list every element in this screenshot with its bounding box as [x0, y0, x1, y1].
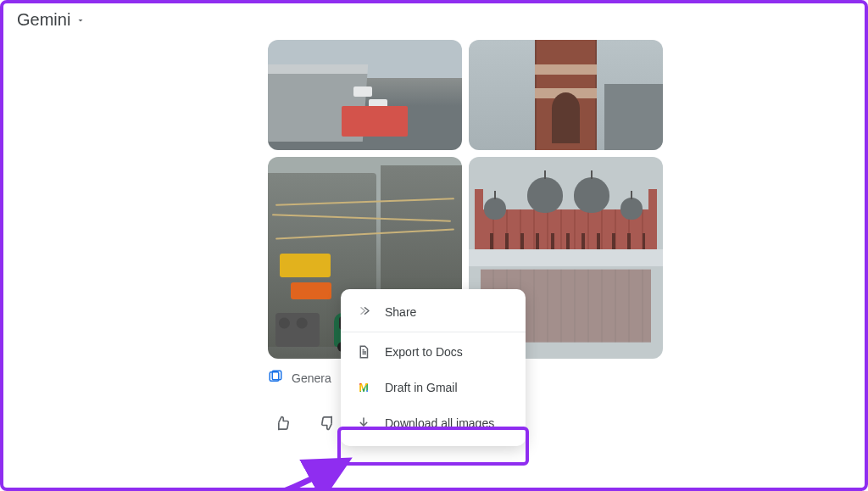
menu-item-share-label: Share	[385, 305, 416, 319]
app-title[interactable]: Gemini	[17, 10, 70, 30]
menu-item-download-all-label: Download all images	[385, 416, 494, 430]
docs-icon	[356, 344, 371, 360]
menu-item-export-docs[interactable]: Export to Docs	[341, 334, 526, 370]
thumbs-down-button[interactable]	[314, 409, 342, 438]
share-arrow-icon	[356, 304, 371, 320]
gmail-icon: M	[356, 380, 371, 395]
generate-more-label: Genera	[292, 371, 331, 385]
top-bar: Gemini	[0, 0, 868, 40]
menu-item-share[interactable]: Share	[341, 294, 526, 330]
download-icon	[356, 416, 371, 431]
chevron-down-icon[interactable]	[75, 15, 86, 25]
menu-item-download-all[interactable]: Download all images	[341, 405, 526, 441]
annotation-arrow	[217, 455, 370, 491]
menu-item-draft-gmail[interactable]: M Draft in Gmail	[341, 370, 526, 405]
thumbs-up-button[interactable]	[268, 409, 297, 438]
menu-item-draft-gmail-label: Draft in Gmail	[385, 381, 458, 394]
generated-image-1[interactable]	[268, 40, 462, 150]
generated-image-2[interactable]	[469, 40, 663, 150]
menu-item-export-docs-label: Export to Docs	[385, 345, 463, 359]
content-area: Genera Share	[0, 40, 868, 491]
share-export-menu: Share Export to Docs M Draft in Gmail Do…	[341, 289, 526, 446]
menu-separator	[341, 332, 526, 332]
generate-more-icon	[268, 369, 283, 387]
